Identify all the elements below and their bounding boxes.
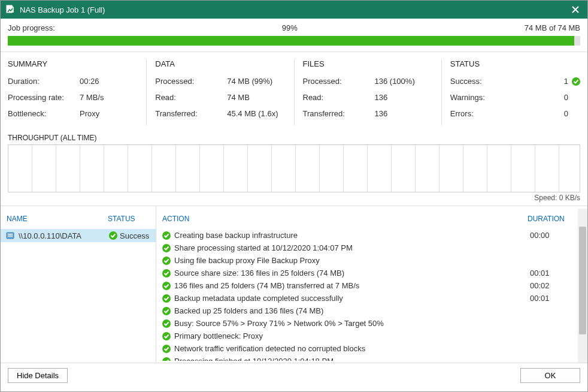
- action-row[interactable]: Busy: Source 57% > Proxy 71% > Network 0…: [162, 317, 584, 330]
- name-column-header[interactable]: NAME: [7, 215, 108, 223]
- close-icon: [572, 6, 579, 13]
- action-check-icon: [162, 282, 171, 290]
- action-duration: 00:01: [530, 294, 584, 303]
- action-text: Busy: Source 57% > Proxy 71% > Network 0…: [174, 319, 526, 328]
- details-section: NAME STATUS \\10.0.0.110\DATA Success AC…: [1, 206, 587, 363]
- action-row[interactable]: Creating base backup infrastructure00:00: [162, 229, 584, 242]
- data-read-label: Read:: [155, 93, 227, 102]
- duration-label: Duration:: [8, 77, 80, 86]
- action-check-icon: [162, 269, 171, 278]
- share-row[interactable]: \\10.0.0.110\DATA Success: [1, 229, 156, 242]
- action-text: 136 files and 25 folders (74 MB) transfe…: [174, 281, 526, 290]
- stats-section: SUMMARY Duration:00:26 Processing rate:7…: [1, 52, 587, 131]
- success-value: 1: [554, 77, 568, 86]
- action-text: Backup metadata update completed success…: [174, 294, 526, 303]
- data-processed-label: Processed:: [155, 77, 227, 86]
- hide-details-button[interactable]: Hide Details: [8, 368, 68, 383]
- summary-heading: SUMMARY: [8, 59, 138, 68]
- status-column: STATUS Success:1 Warnings:0 Errors:0: [442, 59, 580, 125]
- action-check-icon: [162, 231, 171, 240]
- errors-label: Errors:: [450, 109, 522, 118]
- action-check-icon: [162, 332, 171, 340]
- throughput-speed: Speed: 0 KB/s: [8, 192, 580, 206]
- files-transferred-value: 136: [375, 109, 433, 118]
- files-transferred-label: Transferred:: [303, 109, 375, 118]
- data-transferred-label: Transferred:: [155, 109, 227, 118]
- name-pane: NAME STATUS \\10.0.0.110\DATA Success: [1, 206, 156, 363]
- files-column: FILES Processed:136 (100%) Read:136 Tran…: [295, 59, 442, 125]
- action-text: Network traffic verification detected no…: [174, 344, 526, 353]
- action-row[interactable]: Backed up 25 folders and 136 files (74 M…: [162, 304, 584, 317]
- action-check-icon: [162, 357, 171, 361]
- summary-column: SUMMARY Duration:00:26 Processing rate:7…: [8, 59, 147, 125]
- progress-label: Job progress:: [8, 23, 55, 32]
- scrollbar[interactable]: [578, 209, 587, 363]
- throughput-section: THROUGHPUT (ALL TIME) Speed: 0 KB/s: [1, 131, 587, 206]
- bottleneck-label: Bottleneck:: [8, 109, 80, 118]
- action-text: Creating base backup infrastructure: [174, 231, 526, 240]
- action-row[interactable]: Processing finished at 10/12/2020 1:04:1…: [162, 355, 584, 361]
- ok-button[interactable]: OK: [520, 368, 580, 383]
- data-column: DATA Processed:74 MB (99%) Read:74 MB Tr…: [147, 59, 294, 125]
- files-read-value: 136: [375, 93, 433, 102]
- action-row[interactable]: Backup metadata update completed success…: [162, 292, 584, 304]
- errors-value: 0: [554, 109, 568, 118]
- action-pane-header: ACTION DURATION: [156, 206, 587, 229]
- svg-rect-0: [7, 5, 12, 13]
- action-row[interactable]: Share processing started at 10/12/2020 1…: [162, 242, 584, 254]
- action-row[interactable]: 136 files and 25 folders (74 MB) transfe…: [162, 279, 584, 292]
- throughput-heading: THROUGHPUT (ALL TIME): [8, 134, 580, 142]
- action-check-icon: [162, 244, 171, 252]
- action-text: Processing finished at 10/12/2020 1:04:1…: [174, 357, 526, 361]
- titlebar: NAS Backup Job 1 (Full): [1, 1, 587, 19]
- action-text: Source share size: 136 files in 25 folde…: [174, 269, 526, 278]
- scrollbar-thumb[interactable]: [579, 227, 586, 334]
- action-text: Share processing started at 10/12/2020 1…: [174, 243, 526, 252]
- rate-value: 7 MB/s: [80, 93, 138, 102]
- action-text: Primary bottleneck: Proxy: [174, 331, 526, 340]
- svg-rect-4: [8, 236, 13, 237]
- row-status-check-icon: [109, 231, 117, 240]
- action-duration: 00:00: [530, 231, 584, 240]
- action-list[interactable]: Creating base backup infrastructure00:00…: [156, 229, 587, 361]
- action-check-icon: [162, 319, 171, 328]
- window-title: NAS Backup Job 1 (Full): [20, 5, 568, 14]
- action-row[interactable]: Primary bottleneck: Proxy: [162, 330, 584, 342]
- files-read-label: Read:: [303, 93, 375, 102]
- files-processed-label: Processed:: [303, 77, 375, 86]
- action-check-icon: [162, 307, 171, 315]
- action-check-icon: [162, 257, 171, 265]
- files-processed-value: 136 (100%): [375, 77, 433, 86]
- action-row[interactable]: Using file backup proxy File Backup Prox…: [162, 254, 584, 267]
- warnings-value: 0: [554, 93, 568, 102]
- progress-bar: [8, 36, 580, 46]
- svg-rect-3: [8, 234, 13, 235]
- action-text: Using file backup proxy File Backup Prox…: [174, 256, 526, 265]
- action-row[interactable]: Network traffic verification detected no…: [162, 342, 584, 355]
- progress-size: 74 MB of 74 MB: [525, 23, 580, 32]
- success-label: Success:: [450, 77, 522, 86]
- progress-fill: [8, 36, 574, 46]
- action-duration: 00:01: [530, 269, 584, 278]
- data-read-value: 74 MB: [227, 93, 285, 102]
- files-heading: FILES: [303, 59, 433, 68]
- action-row[interactable]: Source share size: 136 files in 25 folde…: [162, 267, 584, 279]
- rate-label: Processing rate:: [8, 93, 80, 102]
- data-heading: DATA: [155, 59, 285, 68]
- action-column-header[interactable]: ACTION: [162, 215, 528, 223]
- throughput-chart: [8, 144, 580, 192]
- action-check-icon: [162, 345, 171, 353]
- action-duration: 00:02: [530, 281, 584, 290]
- footer: Hide Details OK: [1, 363, 587, 388]
- success-check-icon: [572, 77, 580, 86]
- duration-value: 00:26: [80, 77, 138, 86]
- close-button[interactable]: [568, 2, 583, 17]
- share-status: Success: [120, 231, 149, 240]
- data-transferred-value: 45.4 MB (1.6x): [227, 109, 285, 118]
- action-check-icon: [162, 294, 171, 303]
- duration-column-header[interactable]: DURATION: [528, 215, 581, 223]
- svg-point-16: [162, 357, 171, 361]
- action-text: Backed up 25 folders and 136 files (74 M…: [174, 306, 526, 315]
- status-column-header[interactable]: STATUS: [108, 215, 150, 223]
- warnings-label: Warnings:: [450, 93, 522, 102]
